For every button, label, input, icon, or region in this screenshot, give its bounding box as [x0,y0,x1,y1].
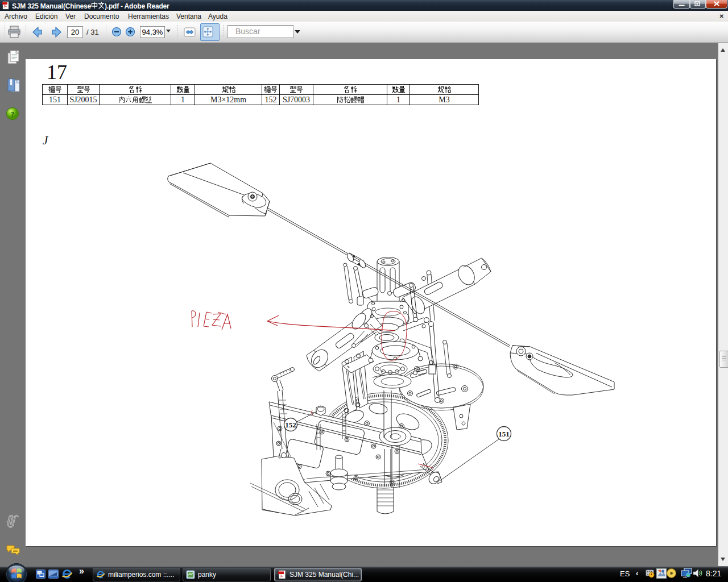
svg-text:152: 152 [285,421,296,429]
svg-text:?: ? [11,110,15,118]
svg-text:151: 151 [498,430,510,438]
